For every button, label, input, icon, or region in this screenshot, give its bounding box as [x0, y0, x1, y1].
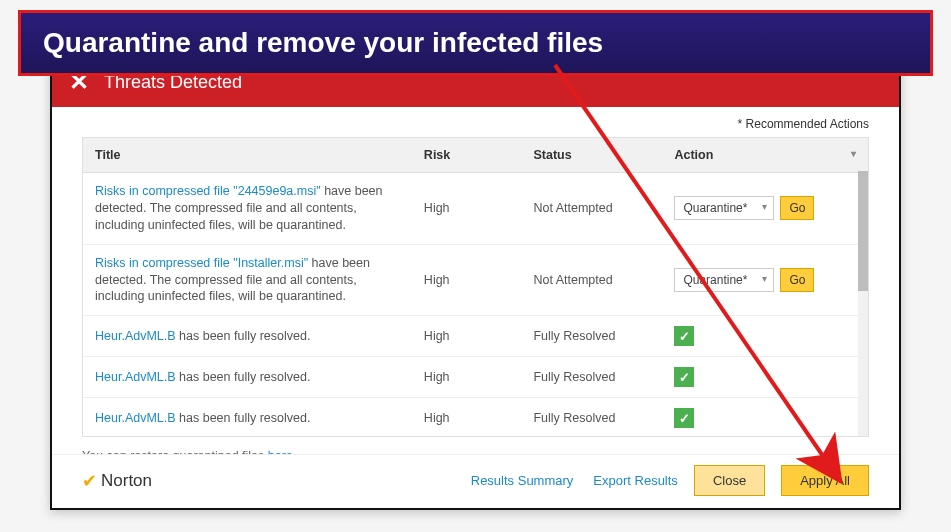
callout-text: Quarantine and remove your infected file… [43, 27, 603, 58]
col-header-risk[interactable]: Risk [412, 138, 522, 173]
risk-cell: High [412, 357, 522, 398]
go-button[interactable]: Go [780, 196, 814, 220]
status-cell: Fully Resolved [521, 398, 662, 436]
table-row: Heur.AdvML.B has been fully resolved.Hig… [83, 357, 866, 398]
scrollbar-thumb[interactable] [858, 171, 868, 291]
risk-cell: High [412, 316, 522, 357]
norton-logo: ✔ Norton [82, 470, 152, 492]
col-header-status[interactable]: Status [521, 138, 662, 173]
annotation-callout: Quarantine and remove your infected file… [18, 10, 933, 76]
status-cell: Not Attempted [521, 244, 662, 316]
resolved-check-icon: ✓ [674, 326, 694, 346]
threat-link[interactable]: Heur.AdvML.B [95, 370, 176, 384]
apply-all-button[interactable]: Apply All [781, 465, 869, 496]
table-row: Risks in compressed file "24459e9a.msi" … [83, 173, 866, 245]
table-row: Risks in compressed file "Installer.msi"… [83, 244, 866, 316]
norton-check-icon: ✔ [82, 470, 97, 492]
status-cell: Fully Resolved [521, 357, 662, 398]
threats-scroll[interactable]: Title Risk Status Action Risks in compre… [83, 138, 868, 436]
threat-link[interactable]: Risks in compressed file "24459e9a.msi" [95, 184, 321, 198]
results-summary-link[interactable]: Results Summary [471, 473, 574, 488]
action-select[interactable]: Quarantine* [674, 268, 774, 292]
col-header-action[interactable]: Action [662, 138, 866, 173]
risk-cell: High [412, 244, 522, 316]
threats-table: Title Risk Status Action Risks in compre… [83, 138, 866, 436]
threat-desc-text: has been fully resolved. [176, 370, 311, 384]
recommended-actions-label: * Recommended Actions [82, 117, 869, 131]
brand-text: Norton [101, 471, 152, 491]
table-row: Heur.AdvML.B has been fully resolved.Hig… [83, 316, 866, 357]
export-results-link[interactable]: Export Results [593, 473, 678, 488]
threat-desc-text: has been fully resolved. [176, 411, 311, 425]
action-select[interactable]: Quarantine* [674, 196, 774, 220]
go-button[interactable]: Go [780, 268, 814, 292]
threat-link[interactable]: Heur.AdvML.B [95, 411, 176, 425]
status-cell: Fully Resolved [521, 316, 662, 357]
status-cell: Not Attempted [521, 173, 662, 245]
risk-cell: High [412, 398, 522, 436]
risk-cell: High [412, 173, 522, 245]
resolved-check-icon: ✓ [674, 367, 694, 387]
threat-link[interactable]: Risks in compressed file "Installer.msi" [95, 256, 308, 270]
restore-note: You can restore quarantined files here. [82, 449, 869, 454]
col-header-title[interactable]: Title [83, 138, 412, 173]
table-row: Heur.AdvML.B has been fully resolved.Hig… [83, 398, 866, 436]
threat-link[interactable]: Heur.AdvML.B [95, 329, 176, 343]
threats-table-wrap: Title Risk Status Action Risks in compre… [82, 137, 869, 437]
threat-desc-text: has been fully resolved. [176, 329, 311, 343]
footer: ✔ Norton Results Summary Export Results … [52, 454, 899, 508]
restore-here-link[interactable]: here [268, 449, 293, 454]
resolved-check-icon: ✓ [674, 408, 694, 428]
window-body: * Recommended Actions Title Risk Status … [52, 107, 899, 454]
close-button[interactable]: Close [694, 465, 765, 496]
scrollbar-track[interactable] [858, 138, 868, 436]
threats-window: ✕ Threats Detected * Recommended Actions… [50, 55, 901, 510]
